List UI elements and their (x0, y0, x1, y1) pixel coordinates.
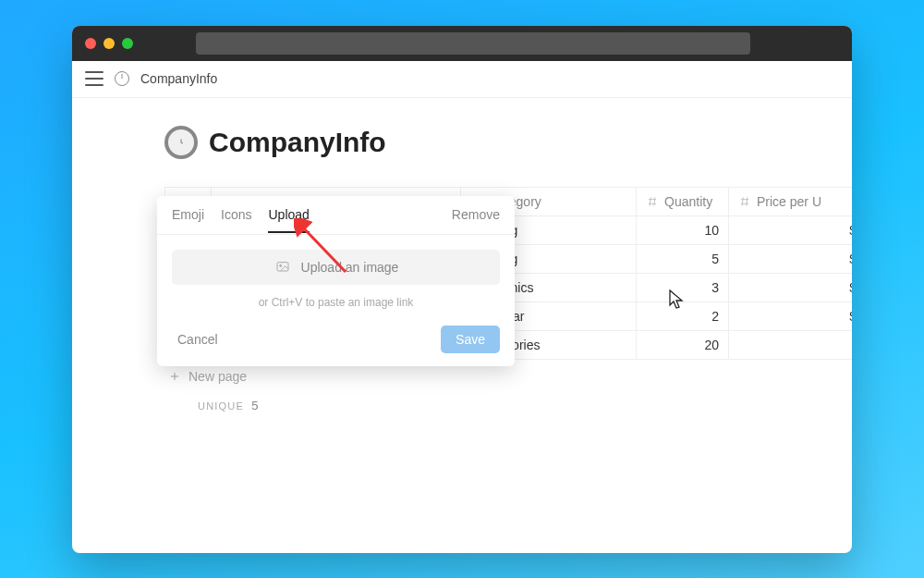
cell-price[interactable] (729, 330, 853, 359)
popover-footer: Cancel Save (157, 316, 515, 366)
clock-icon (115, 71, 129, 86)
cell-price[interactable]: $ (729, 215, 853, 244)
upload-label: Upload an image (301, 260, 399, 275)
column-header-price[interactable]: Price per U (729, 187, 853, 215)
column-label: Quantity (664, 194, 712, 209)
tab-upload[interactable]: Upload (268, 198, 309, 233)
upload-image-button[interactable]: Upload an image (172, 250, 500, 285)
app-window: CompanyInfo CompanyInfo Name Category (72, 26, 852, 553)
breadcrumb[interactable]: CompanyInfo (140, 71, 217, 86)
cell-price[interactable]: $ (729, 273, 853, 301)
cell-quantity[interactable]: 20 (637, 330, 729, 359)
column-header-quantity[interactable]: Quantity (637, 187, 729, 215)
maximize-window-icon[interactable] (122, 38, 133, 49)
plus-icon (168, 370, 181, 383)
remove-icon-button[interactable]: Remove (452, 207, 500, 222)
cell-quantity[interactable]: 3 (637, 273, 729, 301)
page-title: CompanyInfo (209, 127, 386, 158)
tab-emoji[interactable]: Emoji (172, 198, 204, 231)
column-label: Price per U (757, 194, 821, 209)
titlebar (72, 26, 852, 61)
cell-price[interactable]: $ (729, 244, 853, 273)
popover-tabs: Emoji Icons Upload Remove (157, 196, 515, 235)
tab-icons[interactable]: Icons (221, 198, 251, 231)
minimize-window-icon[interactable] (103, 38, 115, 49)
image-icon (274, 260, 292, 275)
cell-quantity[interactable]: 2 (637, 301, 729, 330)
page-title-row: CompanyInfo (164, 126, 815, 159)
unique-label: unique (198, 400, 244, 412)
cancel-button[interactable]: Cancel (177, 332, 218, 347)
save-button[interactable]: Save (441, 326, 500, 353)
cell-price[interactable]: $ (729, 301, 853, 330)
upload-hint: or Ctrl+V to paste an image link (172, 296, 500, 309)
cell-quantity[interactable]: 5 (637, 244, 729, 273)
close-window-icon[interactable] (85, 38, 96, 49)
traffic-lights (85, 38, 133, 49)
icon-picker-popover: Emoji Icons Upload Remove Upload an imag… (157, 196, 515, 366)
menu-icon[interactable] (85, 71, 103, 86)
top-nav: CompanyInfo (72, 61, 852, 98)
url-bar[interactable] (196, 32, 750, 55)
unique-value: 5 (251, 399, 258, 412)
svg-rect-0 (277, 262, 288, 270)
svg-point-1 (279, 264, 281, 266)
popover-body: Upload an image or Ctrl+V to paste an im… (157, 235, 515, 316)
unique-summary: unique 5 (164, 393, 815, 412)
cell-quantity[interactable]: 10 (637, 215, 729, 244)
new-page-label: New page (188, 369, 247, 384)
page-icon[interactable] (164, 126, 198, 159)
